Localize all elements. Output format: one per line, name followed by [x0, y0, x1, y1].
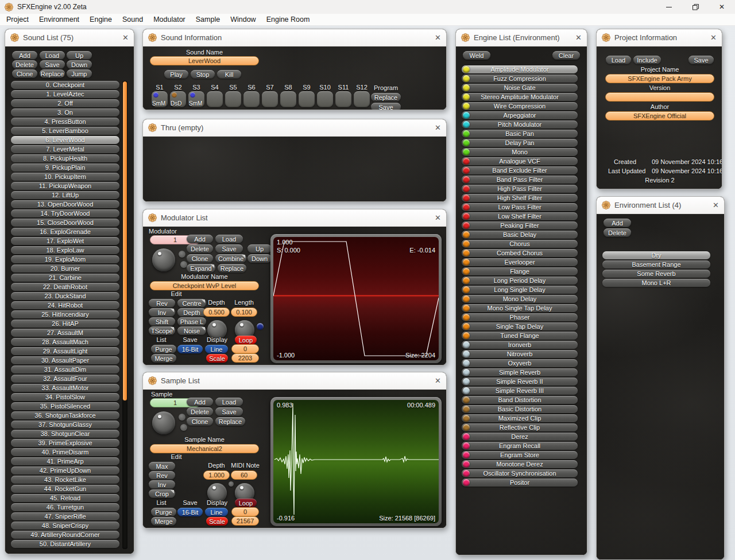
- engine-list-item[interactable]: Mono Single Tap Delay: [462, 304, 578, 312]
- bit-depth-button[interactable]: 16-Bit: [177, 508, 203, 516]
- close-icon[interactable]: ✕: [435, 213, 441, 222]
- close-icon[interactable]: ✕: [575, 33, 582, 42]
- sound-list-item[interactable]: 45. Reload: [11, 494, 119, 502]
- sound-list-item[interactable]: 36. ShotgunTaskforce: [11, 411, 119, 419]
- crop-button[interactable]: Crop: [149, 489, 175, 498]
- sound-list-save-button[interactable]: Save: [40, 60, 65, 69]
- engine-list-item[interactable]: Maximized Clip: [462, 414, 578, 422]
- sound-slot-s5[interactable]: [225, 91, 241, 107]
- loop-start-field[interactable]: 0: [231, 507, 259, 516]
- close-icon[interactable]: ✕: [435, 376, 441, 385]
- phase-l-button[interactable]: Phase L: [177, 317, 206, 326]
- engine-list-item[interactable]: Simple Reverb: [462, 368, 578, 376]
- inv-button[interactable]: Inv: [149, 480, 175, 489]
- loop-button[interactable]: Loop: [235, 336, 257, 344]
- environment-list-header[interactable]: Environment List (4) ✕: [597, 197, 724, 214]
- engine-list-item[interactable]: Noise Gate: [462, 84, 578, 92]
- tscope-button[interactable]: TScope: [149, 326, 175, 335]
- modulator-list-header[interactable]: Modulator List ✕: [143, 209, 446, 227]
- thru-header[interactable]: Thru (empty) ✕: [143, 119, 446, 137]
- project-save-button[interactable]: Save: [688, 56, 714, 64]
- sound-list-item[interactable]: 7. LeverMetal: [11, 145, 119, 153]
- sound-list-item[interactable]: 25. HitIncendiary: [11, 310, 119, 318]
- environment-list-item[interactable]: Basement Range: [602, 260, 710, 269]
- project-information-header[interactable]: Project Information ✕: [597, 29, 722, 46]
- sound-list-item[interactable]: 42. PrimeUpDown: [11, 466, 119, 475]
- modulator-expand-button[interactable]: Expand: [187, 264, 215, 273]
- environment-list-item[interactable]: Some Reverb: [602, 270, 710, 278]
- inv-button[interactable]: Inv: [149, 308, 175, 317]
- loop-button[interactable]: Loop: [235, 499, 257, 507]
- sample-save-button[interactable]: Save: [215, 407, 243, 416]
- engine-list-item[interactable]: Derez: [462, 433, 578, 441]
- sound-list-item[interactable]: 1. LevelAztec: [11, 90, 119, 98]
- purge-button[interactable]: Purge: [151, 508, 176, 516]
- sound-slot-s9[interactable]: [299, 91, 315, 107]
- engine-list-item[interactable]: Simple Reverb II: [462, 378, 578, 386]
- knob-step-up[interactable]: [179, 251, 185, 258]
- depth-value-field[interactable]: 1.000: [203, 470, 230, 480]
- sample-add-button[interactable]: Add: [187, 398, 213, 406]
- merge-button[interactable]: Merge: [151, 517, 176, 526]
- engine-list-item[interactable]: Band Exclude Filter: [462, 166, 578, 174]
- sample-delete-button[interactable]: Delete: [187, 407, 213, 416]
- sound-list-item[interactable]: 31. AssaultDim: [11, 365, 119, 374]
- engine-list-item[interactable]: Oxyverb: [462, 359, 578, 367]
- sample-list-header[interactable]: Sample List ✕: [143, 372, 446, 390]
- engine-list-item[interactable]: Flange: [462, 267, 578, 275]
- line-button[interactable]: Line: [205, 508, 228, 516]
- engine-list-item[interactable]: Delay Pan: [462, 139, 578, 147]
- sound-list-item[interactable]: 38. ShotgunClear: [11, 430, 119, 438]
- sound-list-item[interactable]: 37. ShotgunGlassy: [11, 421, 119, 429]
- sound-list-item[interactable]: 18. ExploLaw: [11, 246, 119, 254]
- close-icon[interactable]: ✕: [713, 201, 719, 209]
- stop-button[interactable]: Stop: [191, 70, 215, 79]
- noise-button[interactable]: Noise: [177, 326, 206, 335]
- sample-clone-button[interactable]: Clone: [187, 417, 213, 426]
- sound-name-field[interactable]: LeverWood: [150, 56, 259, 65]
- sound-list-item[interactable]: 43. RocketLike: [11, 476, 119, 484]
- sound-list-item[interactable]: 23. DuckStand: [11, 292, 119, 300]
- midi-note-field[interactable]: 60: [231, 470, 257, 480]
- depth-button[interactable]: Depth: [177, 308, 206, 317]
- sound-list-item[interactable]: 22. DeathRobot: [11, 283, 119, 291]
- close-icon[interactable]: ✕: [435, 33, 441, 42]
- close-icon[interactable]: ✕: [710, 33, 717, 42]
- environment-list-item[interactable]: Dry: [602, 251, 710, 259]
- sound-list-item[interactable]: 50. DistantArtillery: [11, 540, 119, 548]
- environment-list-item[interactable]: Mono L+R: [602, 279, 710, 287]
- engine-list-item[interactable]: Long Period Delay: [462, 277, 578, 285]
- engine-list-item[interactable]: Basic Distortion: [462, 405, 578, 413]
- menu-engine[interactable]: Engine: [84, 15, 117, 24]
- clear-button[interactable]: Clear: [552, 51, 580, 60]
- program-replace-button[interactable]: Replace: [371, 93, 401, 102]
- close-icon[interactable]: ✕: [435, 123, 441, 132]
- restore-button[interactable]: [682, 0, 709, 14]
- kill-button[interactable]: Kill: [217, 70, 241, 79]
- sound-list-item[interactable]: 17. ExploWet: [11, 237, 119, 245]
- project-include-button[interactable]: Include: [633, 56, 661, 64]
- close-icon[interactable]: ✕: [122, 33, 129, 42]
- menu-window[interactable]: Window: [225, 15, 261, 24]
- sound-list-jump-button[interactable]: Jump: [67, 69, 92, 78]
- engine-list-item[interactable]: Everlooper: [462, 258, 578, 266]
- sound-list-item[interactable]: 5. LeverBamboo: [11, 127, 119, 135]
- bit-depth-button[interactable]: 16-Bit: [177, 345, 203, 353]
- engine-list-item[interactable]: Basic Delay: [462, 231, 578, 239]
- engine-list-item[interactable]: Nitroverb: [462, 350, 578, 358]
- centre-button[interactable]: Centre: [177, 299, 206, 308]
- sound-list-up-button[interactable]: Up: [67, 51, 92, 60]
- sound-list-item[interactable]: 27. AssaultM: [11, 329, 119, 337]
- engine-list-header[interactable]: Engine List (Environment) ✕: [456, 29, 587, 46]
- sample-name-field[interactable]: Mechanical2: [150, 444, 259, 453]
- loop-start-field[interactable]: 0: [231, 344, 259, 353]
- author-field[interactable]: SFXEngine Official: [605, 111, 714, 120]
- sound-list-item[interactable]: 39. PrimeExplosive: [11, 439, 119, 447]
- sound-list-item[interactable]: 10. PickupItem: [11, 173, 119, 181]
- modulator-up-button[interactable]: Up: [247, 244, 272, 253]
- engine-list-item[interactable]: Band Distortion: [462, 396, 578, 404]
- length-value-field[interactable]: 0.100: [231, 308, 257, 317]
- engine-list-item[interactable]: Chorus: [462, 240, 578, 248]
- engine-list-item[interactable]: Reflective Clip: [462, 423, 578, 431]
- engine-list-item[interactable]: Long Single Delay: [462, 286, 578, 294]
